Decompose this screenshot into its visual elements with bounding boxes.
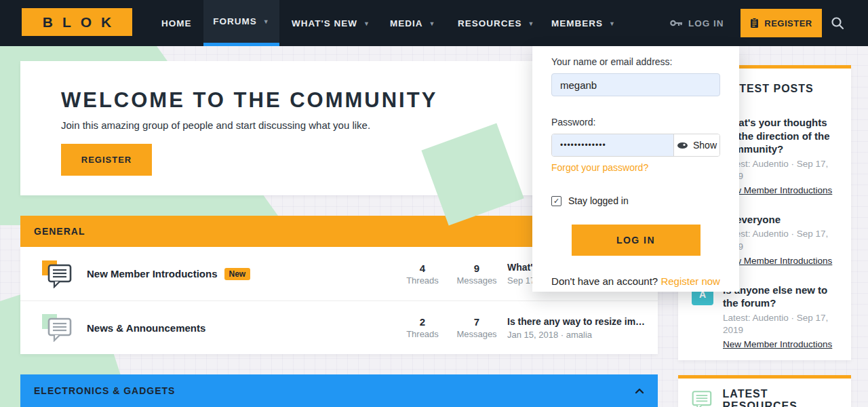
hero-register-button[interactable]: REGISTER bbox=[61, 144, 152, 176]
register-button[interactable]: REGISTER bbox=[741, 9, 822, 37]
latest-post-title[interactable]: Is there any way to resize im… bbox=[507, 316, 650, 327]
threads-label: Threads bbox=[399, 329, 446, 339]
forum-home-page: WELCOME TO THE COMMUNITY Join this amazi… bbox=[0, 0, 868, 407]
forum-name-link[interactable]: New Member Introductions bbox=[87, 268, 218, 279]
stay-logged-in-label: Stay logged in bbox=[568, 195, 629, 206]
login-submit-button[interactable]: LOG IN bbox=[572, 225, 701, 256]
category-bar-electronics[interactable]: ELECTRONICS & GADGETS bbox=[20, 374, 658, 407]
nav-item-resources[interactable]: RESOURCES ▼ bbox=[458, 0, 534, 46]
username-label: Your name or email address: bbox=[551, 56, 720, 67]
forgot-password-link[interactable]: Forgot your password? bbox=[551, 162, 648, 173]
messages-count: 7 bbox=[446, 316, 507, 328]
chevron-down-icon: ▼ bbox=[609, 20, 616, 27]
chevron-down-icon: ▼ bbox=[263, 18, 270, 25]
chevron-down-icon: ▼ bbox=[363, 20, 370, 27]
register-now-link[interactable]: Register now bbox=[660, 275, 720, 287]
speech-bubble-icon bbox=[47, 264, 73, 288]
latest-post-meta: Jan 15, 2018 · amalia bbox=[507, 330, 650, 340]
messages-label: Messages bbox=[446, 275, 507, 286]
latest-resources-widget: LATEST RESOURCES bbox=[678, 375, 851, 407]
chevron-up-icon[interactable] bbox=[635, 388, 644, 394]
messages-stat: 7 Messages bbox=[446, 316, 507, 339]
messages-label: Messages bbox=[446, 329, 507, 339]
top-navbar: BLOK HOME FORUMS ▼ WHAT'S NEW ▼ MEDIA ▼ … bbox=[0, 0, 868, 46]
post-forum-link[interactable]: New Member Introductions bbox=[723, 256, 832, 266]
chevron-down-icon: ▼ bbox=[528, 20, 535, 27]
username-input[interactable] bbox=[551, 73, 720, 96]
login-menu-button[interactable]: LOG IN bbox=[670, 0, 724, 46]
post-title-link[interactable]: What's your thoughts on the direction of… bbox=[723, 116, 837, 156]
forum-icon bbox=[33, 256, 87, 292]
stay-logged-in-checkbox[interactable]: ✓ bbox=[551, 196, 561, 206]
clipboard-icon bbox=[750, 18, 759, 28]
password-label: Password: bbox=[551, 117, 720, 128]
password-input-group: Show bbox=[551, 134, 720, 157]
widget-title: LATEST RESOURCES bbox=[723, 388, 837, 407]
threads-stat: 4 Threads bbox=[399, 263, 446, 286]
eye-icon bbox=[677, 142, 688, 149]
nav-item-whats-new[interactable]: WHAT'S NEW ▼ bbox=[292, 0, 370, 46]
post-title-link[interactable]: Hi everyone bbox=[723, 213, 837, 227]
post-title-link[interactable]: Is anyone else new to the forum? bbox=[723, 284, 837, 310]
no-account-row: Don't have an account? Register now bbox=[551, 275, 720, 287]
show-password-button[interactable]: Show bbox=[673, 134, 719, 156]
post-meta: Latest: Audentio · Sep 17, 2019 bbox=[723, 158, 837, 182]
forum-icon bbox=[33, 310, 87, 345]
speech-bubble-icon bbox=[47, 317, 73, 342]
latest-post-cell: Is there any way to resize im… Jan 15, 2… bbox=[507, 316, 650, 340]
post-meta: Latest: Audentio · Sep 17, 2019 bbox=[723, 312, 837, 336]
speech-bubble-icon bbox=[692, 390, 713, 407]
post-forum-link[interactable]: New Member Introductions bbox=[723, 185, 832, 195]
password-input[interactable] bbox=[552, 134, 673, 156]
new-badge: New bbox=[224, 268, 251, 280]
threads-count: 2 bbox=[399, 316, 446, 328]
post-forum-link[interactable]: New Member Introductions bbox=[723, 339, 832, 349]
category-title: ELECTRONICS & GADGETS bbox=[34, 385, 175, 396]
stay-logged-in-row[interactable]: ✓ Stay logged in bbox=[551, 195, 720, 206]
chevron-down-icon: ▼ bbox=[429, 20, 436, 27]
forum-row[interactable]: News & Announcements 2 Threads 7 Message… bbox=[20, 301, 658, 354]
key-icon bbox=[670, 19, 683, 27]
nav-item-members[interactable]: MEMBERS ▼ bbox=[551, 0, 616, 46]
nav-item-forums[interactable]: FORUMS ▼ bbox=[203, 0, 279, 46]
threads-count: 4 bbox=[399, 263, 446, 274]
post-meta: Latest: Audentio · Sep 17, 2019 bbox=[723, 228, 837, 252]
category-title: GENERAL bbox=[34, 226, 85, 237]
messages-count: 9 bbox=[446, 263, 507, 274]
site-logo[interactable]: BLOK bbox=[22, 8, 132, 36]
nav-item-home[interactable]: HOME bbox=[161, 0, 192, 46]
welcome-subtitle: Join this amazing group of people and st… bbox=[61, 119, 370, 131]
messages-stat: 9 Messages bbox=[446, 263, 507, 286]
nav-item-media[interactable]: MEDIA ▼ bbox=[390, 0, 435, 46]
welcome-title: WELCOME TO THE COMMUNITY bbox=[61, 88, 437, 113]
threads-stat: 2 Threads bbox=[399, 316, 446, 339]
no-account-text: Don't have an account? bbox=[551, 275, 658, 287]
login-dropdown-panel: Your name or email address: Password: Sh… bbox=[532, 46, 739, 292]
search-icon[interactable] bbox=[829, 14, 846, 32]
latest-post-item: A Is anyone else new to the forum? Lates… bbox=[692, 284, 837, 350]
threads-label: Threads bbox=[399, 275, 446, 286]
forum-name-link[interactable]: News & Announcements bbox=[87, 322, 205, 334]
